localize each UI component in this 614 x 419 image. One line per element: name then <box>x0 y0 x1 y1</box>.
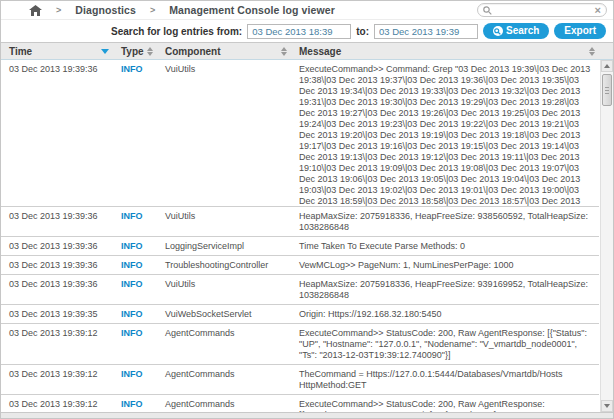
cell-component: TroubleshootingController <box>157 256 291 274</box>
search-button-icon <box>493 26 503 36</box>
cell-component: LoggingServiceImpl <box>157 237 291 255</box>
cell-time: 03 Dec 2013 19:39:36 <box>1 207 113 236</box>
search-button-label: Search <box>506 26 539 36</box>
cell-time: 03 Dec 2013 19:39:36 <box>1 275 113 304</box>
table-row[interactable]: 03 Dec 2013 19:39:12INFOAgentCommandsExe… <box>1 324 599 365</box>
cell-time: 03 Dec 2013 19:39:36 <box>1 60 113 206</box>
log-viewer-window: > Diagnostics > Management Console log v… <box>0 0 614 419</box>
cell-message: ExecuteCommand>> Command: Grep "03 Dec 2… <box>291 60 599 206</box>
cell-type: INFO <box>113 395 157 412</box>
cell-message: Origin: Https://192.168.32.180:5450 <box>291 305 599 323</box>
breadcrumb-separator: > <box>56 5 61 15</box>
from-date-input[interactable] <box>247 24 351 39</box>
cell-message: HeapMaxSize: 2075918336, HeapFreeSize: 9… <box>291 207 599 236</box>
sort-descending-icon <box>101 49 109 54</box>
cell-component: VuiWebSocketServlet <box>157 305 291 323</box>
cell-message: ExecuteCommand>> StatusCode: 200, Raw Ag… <box>291 324 599 364</box>
table-row[interactable]: 03 Dec 2013 19:39:36INFOLoggingServiceIm… <box>1 237 599 256</box>
cell-time: 03 Dec 2013 19:39:36 <box>1 237 113 255</box>
to-label: to: <box>356 26 369 37</box>
column-header-message[interactable]: Message <box>291 43 599 59</box>
column-header-type[interactable]: Type <box>113 43 157 59</box>
export-button-label: Export <box>564 26 596 36</box>
cell-component: VuiUtils <box>157 207 291 236</box>
breadcrumb-item-log-viewer: Management Console log viewer <box>169 4 335 16</box>
footer-strip <box>1 412 613 418</box>
to-date-input[interactable] <box>374 24 478 39</box>
cell-time: 03 Dec 2013 19:39:12 <box>1 324 113 364</box>
cell-message: TheCommand = Https://127.0.0.1:5444/Data… <box>291 365 599 394</box>
table-header: Time Type Component Message <box>1 42 613 60</box>
cell-time: 03 Dec 2013 19:39:12 <box>1 395 113 412</box>
sort-icon <box>147 47 153 56</box>
global-search-field[interactable]: × <box>477 3 607 17</box>
cell-type: INFO <box>113 324 157 364</box>
search-icon <box>483 6 492 15</box>
cell-time: 03 Dec 2013 19:39:35 <box>1 305 113 323</box>
column-header-component[interactable]: Component <box>157 43 291 59</box>
scrollbar-down-button[interactable] <box>601 400 613 412</box>
table-row[interactable]: 03 Dec 2013 19:39:36INFOVuiUtilsExecuteC… <box>1 60 599 207</box>
table-row[interactable]: 03 Dec 2013 19:39:36INFOVuiUtilsHeapMaxS… <box>1 275 599 305</box>
table-row[interactable]: 03 Dec 2013 19:39:36INFOVuiUtilsHeapMaxS… <box>1 207 599 237</box>
cell-type: INFO <box>113 365 157 394</box>
cell-component: AgentCommands <box>157 365 291 394</box>
table-row[interactable]: 03 Dec 2013 19:39:12INFOAgentCommandsExe… <box>1 395 599 412</box>
global-search-input[interactable] <box>495 5 595 15</box>
breadcrumb: > Diagnostics > Management Console log v… <box>1 1 613 20</box>
scrollbar-up-button[interactable] <box>601 60 613 72</box>
column-label: Message <box>299 46 341 57</box>
cell-component: AgentCommands <box>157 324 291 364</box>
table-body-rows: 03 Dec 2013 19:39:36INFOVuiUtilsExecuteC… <box>1 60 599 412</box>
table-body: 03 Dec 2013 19:39:36INFOVuiUtilsExecuteC… <box>1 60 613 412</box>
breadcrumb-item-diagnostics[interactable]: Diagnostics <box>75 4 136 16</box>
table-row[interactable]: 03 Dec 2013 19:39:35INFOVuiWebSocketServ… <box>1 305 599 324</box>
cell-type: INFO <box>113 237 157 255</box>
home-icon[interactable] <box>29 5 42 16</box>
cell-message: ExecuteCommand>> StatusCode: 200, Raw Ag… <box>291 395 599 412</box>
column-header-time[interactable]: Time <box>1 43 113 59</box>
cell-type: INFO <box>113 256 157 274</box>
cell-type: INFO <box>113 305 157 323</box>
cell-component: VuiUtils <box>157 275 291 304</box>
column-label: Type <box>121 46 144 57</box>
scrollbar-thumb[interactable] <box>602 74 612 106</box>
cell-time: 03 Dec 2013 19:39:36 <box>1 256 113 274</box>
cell-message: HeapMaxSize: 2075918336, HeapFreeSize: 9… <box>291 275 599 304</box>
breadcrumb-separator: > <box>150 5 155 15</box>
table-row[interactable]: 03 Dec 2013 19:39:36INFOTroubleshootingC… <box>1 256 599 275</box>
from-label: Search for log entries from: <box>111 26 242 37</box>
cell-message: VewMCLog>> PageNum: 1, NumLinesPerPage: … <box>291 256 599 274</box>
vertical-scrollbar[interactable] <box>600 60 613 412</box>
cell-type: INFO <box>113 275 157 304</box>
cell-message: Time Taken To Execute Parse Methods: 0 <box>291 237 599 255</box>
log-filter-bar: Search for log entries from: to: Search … <box>1 20 613 42</box>
sort-icon <box>281 47 287 56</box>
table-row[interactable]: 03 Dec 2013 19:39:12INFOAgentCommandsThe… <box>1 365 599 395</box>
cell-time: 03 Dec 2013 19:39:12 <box>1 365 113 394</box>
clear-search-icon[interactable]: × <box>595 5 601 16</box>
sort-icon <box>589 47 595 56</box>
cell-component: VuiUtils <box>157 60 291 206</box>
export-button[interactable]: Export <box>554 23 606 39</box>
cell-type: INFO <box>113 60 157 206</box>
cell-type: INFO <box>113 207 157 236</box>
column-label: Time <box>9 46 32 57</box>
cell-component: AgentCommands <box>157 395 291 412</box>
search-button[interactable]: Search <box>483 23 549 39</box>
column-label: Component <box>165 46 221 57</box>
